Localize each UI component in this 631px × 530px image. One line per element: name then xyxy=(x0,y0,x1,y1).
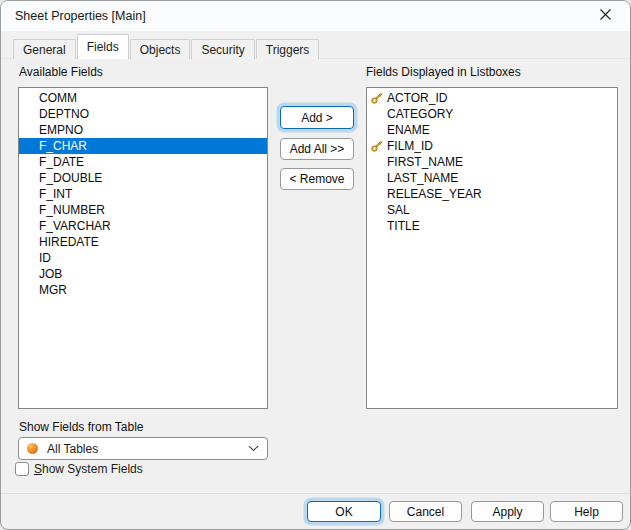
list-item[interactable]: FILM_ID xyxy=(367,138,617,154)
title-bar: Sheet Properties [Main] xyxy=(1,1,630,31)
list-item[interactable]: ID xyxy=(19,250,267,266)
list-item-label: ENAME xyxy=(387,123,430,137)
list-item-label: F_INT xyxy=(39,187,72,201)
label-rest: how System Fields xyxy=(42,462,143,476)
list-item[interactable]: RELEASE_YEAR xyxy=(367,186,617,202)
all-tables-dot-icon xyxy=(27,443,38,454)
list-item-label: F_VARCHAR xyxy=(39,219,111,233)
tab-label: General xyxy=(23,43,66,57)
window-title: Sheet Properties [Main] xyxy=(15,9,146,23)
list-item[interactable]: TITLE xyxy=(367,218,617,234)
list-item-label: SAL xyxy=(387,203,410,217)
list-item[interactable]: F_DOUBLE xyxy=(19,170,267,186)
help-button-label: Help xyxy=(574,505,599,519)
list-item-label: FILM_ID xyxy=(387,139,433,153)
show-fields-from-table-label: Show Fields from Table xyxy=(19,420,144,434)
add-all-button[interactable]: Add All >> xyxy=(280,138,354,160)
ok-button[interactable]: OK xyxy=(307,501,381,522)
show-system-fields-row: Show System Fields xyxy=(15,462,143,476)
list-item[interactable]: CATEGORY xyxy=(367,106,617,122)
show-system-fields-checkbox[interactable] xyxy=(15,462,29,476)
list-item-label: F_NUMBER xyxy=(39,203,105,217)
list-item-label: ID xyxy=(39,251,51,265)
remove-button[interactable]: < Remove xyxy=(280,168,354,190)
tab-label: Security xyxy=(201,43,244,57)
cancel-button[interactable]: Cancel xyxy=(389,501,462,522)
list-item-label: COMM xyxy=(39,91,77,105)
available-fields-label: Available Fields xyxy=(19,65,103,79)
list-item[interactable]: JOB xyxy=(19,266,267,282)
list-item-selected[interactable]: F_CHAR xyxy=(19,138,267,154)
chevron-down-icon xyxy=(248,445,259,452)
list-item[interactable]: ACTOR_ID xyxy=(367,90,617,106)
list-item-label: MGR xyxy=(39,283,67,297)
mnemonic-letter: S xyxy=(34,462,42,476)
list-item-label: TITLE xyxy=(387,219,420,233)
add-all-button-label: Add All >> xyxy=(290,142,345,156)
list-item-label: RELEASE_YEAR xyxy=(387,187,482,201)
list-item[interactable]: F_VARCHAR xyxy=(19,218,267,234)
displayed-fields-label: Fields Displayed in Listboxes xyxy=(366,65,521,79)
tab-label: Triggers xyxy=(266,43,310,57)
show-system-fields-label: Show System Fields xyxy=(34,462,143,476)
list-item[interactable]: SAL xyxy=(367,202,617,218)
list-item-label: EMPNO xyxy=(39,123,83,137)
tab-fields[interactable]: Fields xyxy=(77,34,129,59)
tab-security[interactable]: Security xyxy=(191,39,254,59)
list-item[interactable]: FIRST_NAME xyxy=(367,154,617,170)
apply-button-label: Apply xyxy=(492,505,522,519)
tab-strip: General Fields Objects Security Triggers xyxy=(13,34,320,59)
key-icon xyxy=(371,92,383,104)
close-button[interactable] xyxy=(584,1,626,30)
list-item-label: CATEGORY xyxy=(387,107,453,121)
add-button-label: Add > xyxy=(301,111,333,125)
list-item[interactable]: EMPNO xyxy=(19,122,267,138)
add-button[interactable]: Add > xyxy=(280,106,354,129)
table-select-value: All Tables xyxy=(47,442,98,456)
list-item[interactable]: HIREDATE xyxy=(19,234,267,250)
tab-general[interactable]: General xyxy=(13,39,76,59)
footer-divider xyxy=(1,493,630,494)
list-item-label: LAST_NAME xyxy=(387,171,458,185)
close-icon xyxy=(599,8,612,24)
cancel-button-label: Cancel xyxy=(407,505,444,519)
list-item[interactable]: COMM xyxy=(19,90,267,106)
tab-objects[interactable]: Objects xyxy=(130,39,191,59)
sheet-properties-dialog: Sheet Properties [Main] General Fields O… xyxy=(0,0,631,530)
available-fields-listbox[interactable]: COMM DEPTNO EMPNO F_CHAR F_DATE F_DOUBLE… xyxy=(18,87,268,409)
list-item-label: F_CHAR xyxy=(39,139,87,153)
list-item[interactable]: DEPTNO xyxy=(19,106,267,122)
list-item[interactable]: F_INT xyxy=(19,186,267,202)
ok-button-label: OK xyxy=(335,505,352,519)
tab-label: Objects xyxy=(140,43,181,57)
tab-label: Fields xyxy=(87,40,119,54)
help-button[interactable]: Help xyxy=(550,501,623,522)
list-item[interactable]: F_DATE xyxy=(19,154,267,170)
apply-button[interactable]: Apply xyxy=(471,501,544,522)
list-item-label: HIREDATE xyxy=(39,235,99,249)
list-item-label: F_DOUBLE xyxy=(39,171,102,185)
list-item-label: ACTOR_ID xyxy=(387,91,447,105)
tab-triggers[interactable]: Triggers xyxy=(256,39,320,59)
displayed-fields-listbox[interactable]: ACTOR_ID CATEGORY ENAME FILM_ID FIRST_NA… xyxy=(366,87,618,409)
key-icon xyxy=(371,140,383,152)
list-item-label: FIRST_NAME xyxy=(387,155,463,169)
list-item[interactable]: F_NUMBER xyxy=(19,202,267,218)
table-select-dropdown[interactable]: All Tables xyxy=(18,437,268,460)
list-item[interactable]: ENAME xyxy=(367,122,617,138)
list-item[interactable]: LAST_NAME xyxy=(367,170,617,186)
list-item-label: JOB xyxy=(39,267,62,281)
list-item[interactable]: MGR xyxy=(19,282,267,298)
list-item-label: F_DATE xyxy=(39,155,84,169)
list-item-label: DEPTNO xyxy=(39,107,89,121)
remove-button-label: < Remove xyxy=(289,172,344,186)
